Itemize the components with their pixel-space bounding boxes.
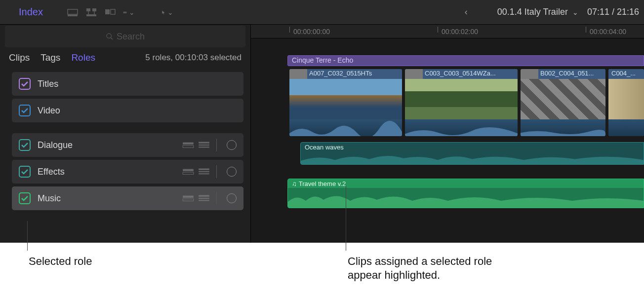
focus-icon[interactable]	[227, 193, 237, 203]
overwrite-icon[interactable]: ⌄	[123, 7, 135, 17]
role-label: Music	[38, 193, 61, 204]
video-clip[interactable]: B002_C004_051...	[521, 69, 605, 136]
role-titles[interactable]: Titles	[12, 72, 243, 96]
svg-rect-2	[86, 8, 90, 11]
video-lane: A007_C032_0515HTs C003_C003_0514WZa... B…	[289, 69, 644, 136]
svg-rect-6	[111, 9, 115, 14]
checkbox-icon[interactable]	[19, 166, 31, 178]
video-clip[interactable]: C003_C003_0514WZa...	[405, 69, 518, 136]
project-title[interactable]: 00.1.4 Italy Trailer ⌄	[497, 7, 578, 17]
callout-selected-role: Selected role	[29, 255, 92, 268]
clip-label: Ocean waves	[301, 143, 644, 151]
search-placeholder: Search	[117, 32, 145, 42]
lane-icon[interactable]	[182, 167, 195, 177]
svg-rect-12	[183, 146, 194, 147]
storyline-header[interactable]: Cinque Terre - Echo	[287, 55, 644, 66]
nav-back-button[interactable]: ‹	[465, 7, 468, 17]
role-effects[interactable]: Effects	[12, 160, 243, 184]
ruler-mark: 00:00:02:00	[442, 28, 478, 36]
app-window: Index ⌄ ⌄ ‹ 00.1.4 Italy Trailer ⌄ 07:11…	[0, 0, 644, 243]
svg-rect-4	[86, 14, 96, 16]
index-button[interactable]: Index	[5, 6, 57, 18]
role-list: Titles Video Dialogue Effects	[0, 67, 250, 213]
svg-rect-9	[125, 11, 126, 13]
tool-group: ⌄ ⌄	[67, 7, 173, 17]
role-label: Titles	[38, 79, 58, 89]
svg-rect-17	[183, 172, 194, 174]
checkbox-icon[interactable]	[19, 105, 31, 116]
svg-rect-25	[199, 200, 209, 201]
roles-summary: 5 roles, 00:10:03 selected	[145, 53, 242, 63]
audio-clip-ocean[interactable]: Ocean waves	[300, 142, 644, 165]
svg-rect-14	[199, 145, 209, 146]
lane-icon[interactable]	[182, 140, 195, 150]
audio-clip-music[interactable]: ♫Travel theme v.2	[287, 179, 644, 208]
clip-label: C004_...	[608, 69, 644, 79]
tab-clips[interactable]: Clips	[9, 52, 30, 63]
chevron-down-icon: ⌄	[129, 8, 135, 16]
svg-rect-18	[199, 169, 209, 170]
timecode-display: 07:11 / 21:16	[587, 7, 639, 17]
role-video[interactable]: Video	[12, 99, 243, 122]
search-input[interactable]: Search	[5, 26, 245, 47]
chevron-down-icon: ⌄	[167, 8, 173, 16]
svg-point-10	[107, 34, 111, 38]
connect-icon[interactable]	[85, 7, 97, 17]
checkbox-icon[interactable]	[19, 192, 31, 204]
svg-rect-16	[183, 169, 194, 171]
index-tabs: Clips Tags Roles 5 roles, 00:10:03 selec…	[0, 47, 250, 67]
clip-label: Travel theme v.2	[299, 180, 346, 187]
chevron-down-icon: ⌄	[572, 8, 578, 16]
sublane-icon[interactable]	[198, 140, 210, 150]
role-label: Effects	[38, 167, 65, 177]
svg-rect-23	[199, 195, 209, 197]
svg-rect-20	[199, 173, 209, 174]
select-tool-icon[interactable]: ⌄	[161, 7, 173, 17]
ruler-mark: 00:00:00:00	[293, 28, 330, 36]
checkbox-icon[interactable]	[19, 78, 31, 90]
video-clip[interactable]: C004_...	[608, 69, 644, 136]
svg-rect-22	[183, 199, 194, 201]
checkbox-icon[interactable]	[19, 139, 31, 151]
append-icon[interactable]	[104, 7, 116, 17]
svg-rect-0	[68, 9, 78, 14]
focus-icon[interactable]	[227, 140, 237, 150]
sublane-icon[interactable]	[198, 167, 210, 177]
svg-rect-5	[105, 9, 110, 14]
callouts: Selected role Clips assigned a selected …	[0, 243, 644, 294]
svg-rect-7	[123, 11, 124, 13]
svg-rect-24	[199, 198, 209, 199]
svg-rect-21	[183, 196, 194, 198]
role-label: Video	[38, 106, 60, 116]
svg-rect-15	[199, 147, 209, 147]
timeline[interactable]: 00:00:00:00 00:00:02:00 00:00:04:00 Cinq…	[251, 25, 644, 243]
index-sidebar: Search Clips Tags Roles 5 roles, 00:10:0…	[0, 25, 251, 243]
svg-rect-19	[199, 171, 209, 172]
body: Search Clips Tags Roles 5 roles, 00:10:0…	[0, 25, 644, 243]
svg-rect-13	[199, 142, 209, 144]
svg-rect-3	[92, 8, 96, 11]
svg-rect-8	[124, 11, 125, 13]
svg-rect-11	[183, 143, 194, 145]
toolbar: Index ⌄ ⌄ ‹ 00.1.4 Italy Trailer ⌄ 07:11…	[0, 0, 644, 25]
focus-icon[interactable]	[227, 167, 237, 177]
role-music[interactable]: Music	[12, 186, 243, 210]
time-ruler[interactable]: 00:00:00:00 00:00:02:00 00:00:04:00	[251, 25, 644, 38]
video-clip[interactable]: A007_C032_0515HTs	[289, 69, 402, 136]
lane-icon[interactable]	[182, 193, 195, 203]
callout-highlighted: Clips assigned a selected role appear hi…	[348, 255, 506, 282]
svg-rect-1	[68, 15, 78, 16]
tab-tags[interactable]: Tags	[40, 52, 60, 63]
search-icon	[106, 33, 114, 40]
tab-roles[interactable]: Roles	[71, 52, 95, 63]
music-icon: ♫	[292, 180, 297, 187]
sublane-icon[interactable]	[198, 193, 210, 203]
role-dialogue[interactable]: Dialogue	[12, 133, 243, 157]
ruler-mark: 00:00:04:00	[590, 28, 626, 36]
insert-icon[interactable]	[67, 7, 79, 17]
role-label: Dialogue	[38, 140, 73, 150]
